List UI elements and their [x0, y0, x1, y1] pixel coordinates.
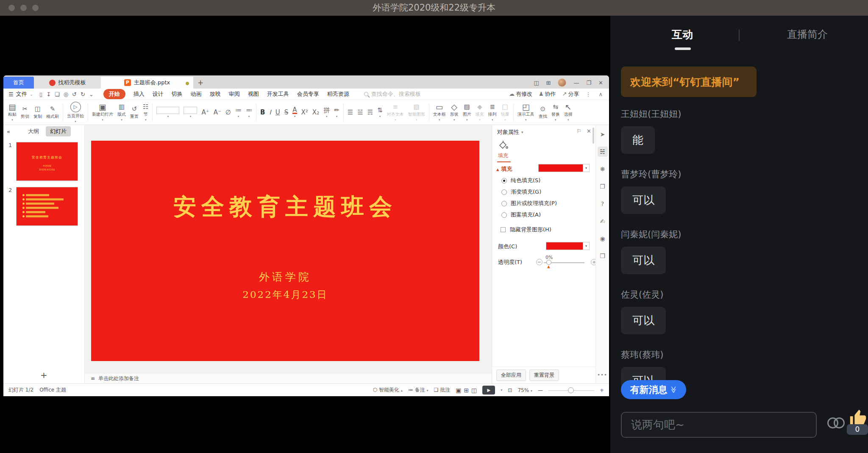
- fill-option-radio[interactable]: 图案填充(A): [501, 211, 557, 219]
- zoom-out-button[interactable]: —: [538, 387, 543, 393]
- menu-item[interactable]: 开始: [103, 89, 125, 99]
- ribbon-button[interactable]: ▷ 当页开始 ▾: [65, 102, 86, 123]
- tab-live-intro[interactable]: 直播简介: [771, 28, 843, 41]
- view-mode-icon[interactable]: ⊞: [464, 387, 469, 394]
- ribbon-button[interactable]: ↖ 选择 ▾: [562, 103, 575, 122]
- ribbon-button[interactable]: B ▾: [258, 108, 267, 116]
- ribbon-button[interactable]: X² ▾: [299, 108, 310, 116]
- color-dropdown[interactable]: ▾: [546, 242, 590, 250]
- ribbon-button[interactable]: X₂ ▾: [310, 108, 321, 116]
- slide-title[interactable]: 安全教育主题班会: [91, 192, 479, 222]
- ribbon-button[interactable]: ☱ ▾: [355, 108, 365, 116]
- zoom-slider-thumb[interactable]: [568, 387, 574, 393]
- view-mode-icon[interactable]: ◫: [471, 387, 477, 394]
- link-icon[interactable]: [827, 417, 846, 430]
- ribbon-button[interactable]: ▾: [256, 103, 256, 121]
- menubar-action[interactable]: ⋮: [585, 91, 592, 97]
- menu-item[interactable]: 审阅: [229, 90, 240, 98]
- slide-1[interactable]: 安全教育主题班会 外语学院 2022年4月23日: [91, 141, 479, 361]
- tool-icon[interactable]: ?: [598, 199, 608, 209]
- avatar[interactable]: [558, 78, 566, 87]
- zoom-slider[interactable]: [548, 387, 594, 393]
- tab-home[interactable]: 首页: [3, 77, 34, 89]
- slideshow-play-button[interactable]: ▶: [482, 386, 495, 395]
- ribbon-button[interactable]: ▾: [154, 107, 181, 118]
- notes-bar[interactable]: ≡ 单击此处添加备注: [85, 373, 495, 384]
- fill-option-radio[interactable]: 图片或纹理填充(P): [501, 200, 557, 207]
- menu-item[interactable]: 动画: [191, 90, 202, 98]
- split-pane-icon[interactable]: ◫: [534, 80, 539, 86]
- command-search[interactable]: 查找命令、搜索模板: [364, 90, 421, 98]
- ribbon-button[interactable]: ◆ 填充 ▾: [473, 103, 486, 122]
- ribbon-button[interactable]: ≣ 排列 ▾: [486, 103, 499, 122]
- quick-icon[interactable]: ◎: [64, 91, 68, 97]
- ribbon-button[interactable]: U ▾: [273, 108, 282, 116]
- slide-thumbnail-2[interactable]: [16, 187, 78, 226]
- fill-color-dropdown[interactable]: ▾: [538, 164, 590, 172]
- message-bubble[interactable]: 能: [621, 126, 655, 154]
- ribbon-button[interactable]: ✏ ▾: [332, 106, 342, 118]
- ribbon-button[interactable]: A ▾: [290, 107, 299, 118]
- ribbon-button[interactable]: ⊙ 查找 ▾: [537, 105, 549, 120]
- scrollbar-thumb[interactable]: [593, 128, 594, 144]
- pin-icon[interactable]: ⚐: [576, 128, 581, 134]
- ribbon-button[interactable]: ≔ ▾: [233, 106, 244, 118]
- tab-slides[interactable]: 幻灯片: [46, 126, 71, 136]
- quick-icon[interactable]: ↧: [46, 91, 51, 97]
- ribbon-button[interactable]: S ▾: [282, 108, 291, 116]
- menu-item[interactable]: 设计: [153, 90, 164, 98]
- ribbon-button[interactable]: ≕ ▾: [244, 106, 254, 118]
- hide-background-checkbox[interactable]: 隐藏背景图形(H): [501, 226, 551, 233]
- wps-minimize-icon[interactable]: —: [573, 80, 579, 86]
- quick-icon[interactable]: ↻: [81, 91, 85, 97]
- menu-item[interactable]: 切换: [172, 90, 183, 98]
- message-bubble[interactable]: 可以: [621, 186, 666, 214]
- ribbon-button[interactable]: ☰ ▾: [345, 108, 355, 116]
- ribbon-button[interactable]: ◇ 形状 ▾: [448, 103, 461, 122]
- message-bubble[interactable]: 可以: [621, 247, 666, 274]
- tool-icon[interactable]: ☵: [598, 147, 608, 157]
- theme-name[interactable]: Office 主题: [39, 386, 66, 394]
- reset-background-button[interactable]: 重置背景: [529, 370, 559, 381]
- tab-grid-icon[interactable]: ⊞: [546, 80, 551, 86]
- ribbon-button[interactable]: A⁻ ▾: [211, 108, 223, 116]
- fill-option-radio[interactable]: 纯色填充(S): [501, 177, 557, 184]
- new-messages-button[interactable]: 有新消息 ≫: [621, 380, 686, 399]
- slide-org[interactable]: 外语学院: [91, 270, 479, 284]
- menubar-action[interactable]: ∧: [598, 91, 604, 97]
- menu-item[interactable]: 会员专享: [297, 90, 319, 98]
- tab-docer[interactable]: 找稻壳模板: [34, 77, 101, 89]
- quick-icon[interactable]: ↺: [72, 91, 77, 97]
- ribbon-button[interactable]: 拼 ▾: [321, 106, 332, 118]
- menu-item[interactable]: 开发工具: [267, 90, 289, 98]
- ribbon-button[interactable]: ◫ 复制 ▾: [31, 105, 44, 120]
- ribbon-button[interactable]: ▥ 版式 ▾: [115, 103, 128, 122]
- ribbon-button[interactable]: ✎ 格式刷 ▾: [44, 105, 61, 120]
- fit-screen-icon[interactable]: ⊡: [508, 387, 512, 393]
- fill-section-header[interactable]: ▴ 填充: [496, 165, 512, 173]
- slide-thumbnail-1[interactable]: 安全教育主题班会 外语学院 2022年4月23日: [16, 142, 78, 181]
- collapse-panel-icon[interactable]: «: [7, 128, 10, 135]
- slide-date[interactable]: 2022年4月23日: [91, 288, 479, 301]
- ribbon-button[interactable]: ▾: [513, 103, 514, 121]
- panel-close-icon[interactable]: ✕: [587, 128, 591, 134]
- ribbon-button[interactable]: ▣ 新建幻灯片 ▾: [90, 103, 115, 122]
- ribbon-button[interactable]: ∅ ▾: [223, 108, 233, 116]
- fill-tab[interactable]: 填充: [498, 152, 508, 159]
- tool-icon[interactable]: ❒: [598, 251, 608, 261]
- tool-icon[interactable]: ❐: [598, 181, 608, 192]
- ribbon-button[interactable]: ☴ ▾: [365, 108, 375, 116]
- ribbon-button[interactable]: ≡ 对齐文本 ▾: [385, 103, 406, 122]
- wps-restore-icon[interactable]: ❐: [586, 80, 591, 86]
- ribbon-button[interactable]: ⇆ 替换 ▾: [549, 103, 562, 122]
- ribbon-button[interactable]: ⇅ ▾: [375, 106, 385, 118]
- ribbon-button[interactable]: ▤ 粘贴 ▾: [6, 103, 19, 122]
- tool-icon[interactable]: ➤: [598, 129, 608, 139]
- tool-icon[interactable]: ✍: [598, 216, 608, 226]
- ribbon-button[interactable]: ▾: [429, 103, 429, 121]
- ribbon-button[interactable]: ▾: [152, 103, 153, 121]
- ribbon-button[interactable]: ◰ 演示工具 ▾: [515, 103, 537, 122]
- tool-icon[interactable]: ◉: [598, 233, 608, 244]
- ribbon-button[interactable]: ▾: [88, 103, 88, 121]
- ribbon-button[interactable]: A⁺ ▾: [199, 108, 211, 116]
